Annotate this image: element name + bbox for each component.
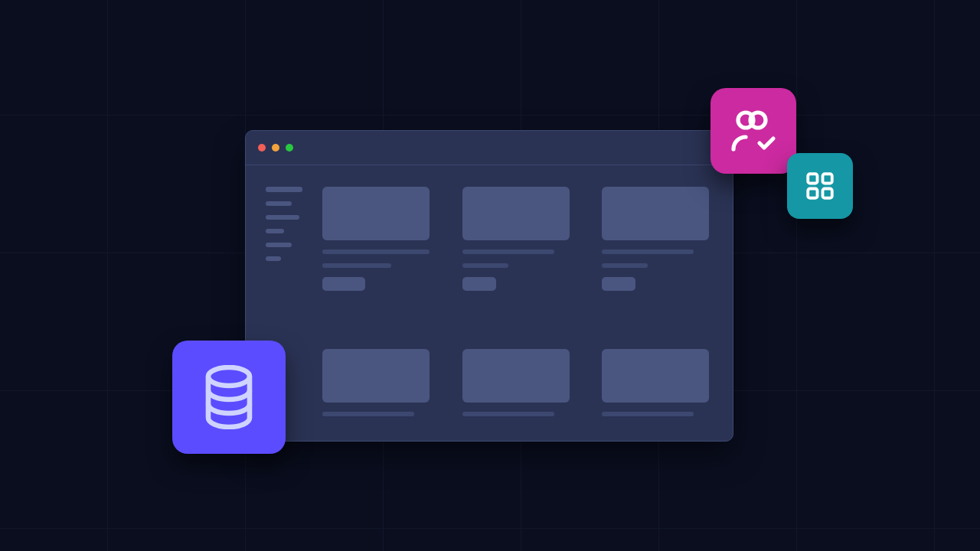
grid-apps-icon: [804, 170, 836, 202]
window-body: [246, 165, 733, 442]
sidebar-item[interactable]: [266, 256, 281, 261]
sidebar-item[interactable]: [266, 187, 302, 192]
card-thumbnail: [462, 187, 570, 240]
card-thumbnail: [602, 187, 709, 240]
card[interactable]: [462, 187, 572, 317]
card-text-line: [602, 263, 648, 268]
grid-apps-tile: [787, 153, 853, 219]
sidebar-item[interactable]: [266, 243, 292, 247]
card-thumbnail: [462, 349, 570, 403]
card-text-line: [322, 263, 391, 268]
card-thumbnail: [602, 349, 709, 403]
svg-rect-3: [808, 174, 817, 183]
card[interactable]: [322, 349, 432, 442]
card-grid: [322, 165, 733, 442]
card[interactable]: [602, 349, 711, 442]
card[interactable]: [322, 187, 432, 317]
card-text-line: [602, 412, 694, 416]
card-text-line: [462, 263, 508, 268]
card-text-line: [462, 412, 554, 416]
card-text-line: [322, 412, 414, 416]
card-tag: [602, 277, 635, 291]
sidebar-item[interactable]: [266, 229, 284, 233]
user-check-tile: [710, 88, 796, 174]
card-text-line: [322, 249, 430, 254]
card-thumbnail: [322, 187, 430, 240]
card-thumbnail: [322, 349, 430, 403]
browser-window: [245, 130, 733, 442]
card-tag: [322, 277, 365, 291]
svg-rect-6: [823, 189, 832, 198]
close-dot[interactable]: [258, 144, 266, 152]
window-titlebar: [246, 131, 733, 165]
card-text-line: [462, 249, 554, 254]
card[interactable]: [462, 349, 572, 442]
card[interactable]: [602, 187, 711, 317]
sidebar-item[interactable]: [266, 215, 299, 220]
minimize-dot[interactable]: [272, 144, 279, 152]
svg-point-0: [208, 367, 250, 386]
user-check-icon: [729, 108, 778, 154]
illustration-stage: [0, 0, 980, 551]
svg-rect-5: [808, 189, 817, 198]
card-text-line: [602, 249, 694, 254]
database-tile: [172, 341, 286, 454]
sidebar-item[interactable]: [266, 201, 292, 206]
svg-rect-4: [823, 174, 832, 183]
zoom-dot[interactable]: [286, 144, 293, 152]
card-tag: [462, 277, 496, 291]
database-icon: [201, 365, 257, 429]
